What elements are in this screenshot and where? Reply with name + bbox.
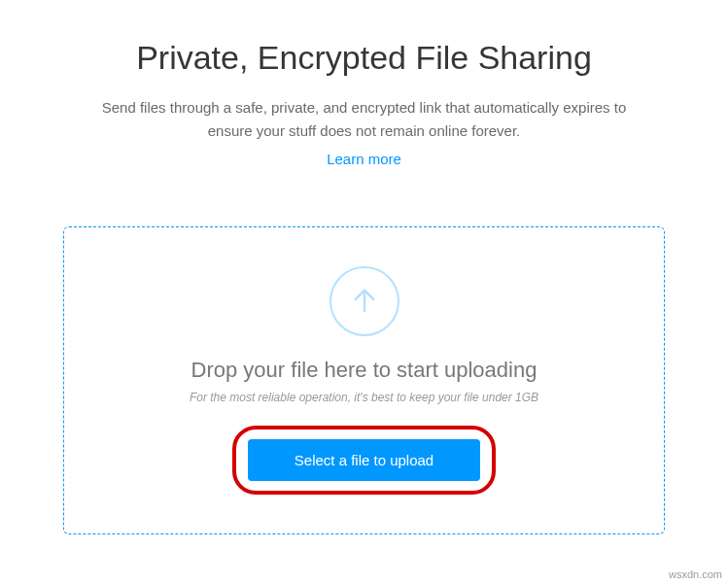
select-file-button[interactable]: Select a file to upload bbox=[248, 439, 480, 481]
page-subtitle: Send files through a safe, private, and … bbox=[83, 96, 646, 143]
file-dropzone[interactable]: Drop your file here to start uploading F… bbox=[63, 226, 665, 534]
dropzone-hint: For the most reliable operation, it's be… bbox=[93, 391, 635, 404]
header-section: Private, Encrypted File Sharing Send fil… bbox=[0, 0, 728, 188]
dropzone-title: Drop your file here to start uploading bbox=[93, 358, 635, 383]
annotation-highlight: Select a file to upload bbox=[232, 426, 496, 495]
watermark-text: wsxdn.com bbox=[669, 568, 722, 580]
learn-more-link[interactable]: Learn more bbox=[327, 151, 401, 167]
page-title: Private, Encrypted File Sharing bbox=[58, 39, 670, 77]
upload-arrow-icon bbox=[329, 266, 399, 336]
